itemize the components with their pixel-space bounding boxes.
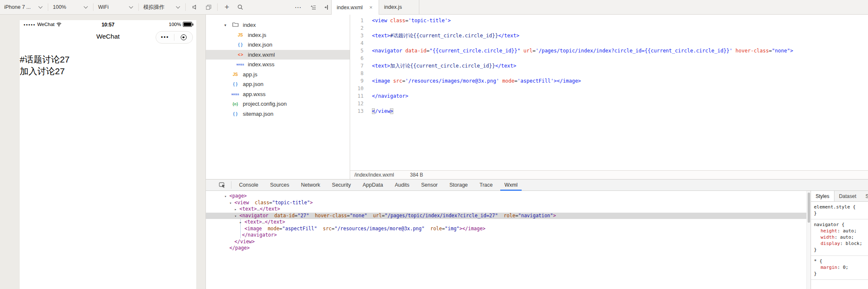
devtools-tab-audits[interactable]: Audits [389, 180, 415, 191]
sidebar-tab-styles[interactable]: Styles [811, 191, 834, 201]
css-property-value: : block; [840, 241, 862, 246]
devtools-tab-security[interactable]: Security [326, 180, 357, 191]
dock-panel-button[interactable] [321, 0, 332, 14]
line-number: 1 [350, 17, 364, 24]
chevron-collapsed-icon[interactable]: ▸ [234, 206, 239, 213]
inspect-icon [219, 182, 226, 188]
tree-row[interactable]: ▾<page> [206, 193, 806, 200]
code-content [364, 39, 372, 47]
css-declaration[interactable]: height: auto; [814, 228, 865, 234]
tree-row[interactable]: </page> [206, 245, 806, 252]
devtools-tab-storage[interactable]: Storage [444, 180, 474, 191]
target-icon [181, 34, 187, 40]
battery-percent: 100% [169, 22, 181, 27]
code-line[interactable]: 11</navigator> [350, 92, 868, 100]
editor-tab-index-js[interactable]: index.js [379, 0, 419, 14]
close-icon[interactable]: × [369, 4, 373, 10]
chevron-expanded-icon[interactable]: ▾ [229, 200, 234, 207]
code-line[interactable]: 12 [350, 100, 868, 107]
tree-row[interactable]: </view> [206, 239, 806, 245]
chevron-collapsed-icon[interactable]: ▸ [239, 219, 244, 226]
code-line[interactable]: 9<image src='/resources/images/more@3x.p… [350, 77, 868, 85]
pages-icon [206, 5, 211, 10]
code-content: <text>#话题讨论{{current_circle.circle_id}}<… [364, 32, 519, 39]
devtools-tab-wxml[interactable]: Wxml [499, 180, 523, 191]
code-line[interactable]: 8 [350, 70, 868, 77]
toolbar-separator [185, 3, 186, 11]
json-file-icon: { } [230, 112, 240, 116]
code-line[interactable]: 4 [350, 39, 868, 47]
toolbar-separator [93, 3, 94, 11]
file-tree-item-project.config.json[interactable]: {o}project.config.json [206, 99, 350, 109]
file-tree-item-index.wxss[interactable]: wxssindex.wxss [206, 60, 350, 70]
code-line[interactable]: 2 [350, 24, 868, 32]
code-line[interactable]: 7<text>加入讨论{{current_circle.circle_id}}<… [350, 62, 868, 70]
device-dropdown[interactable]: iPhone 7 ... [4, 0, 42, 14]
add-file-button[interactable]: + [221, 0, 232, 14]
editor-tab-index-wxml[interactable]: index.wxml × [331, 0, 379, 15]
phone-screen[interactable]: ●●●●● WeChat 10:57 100% WeChat ••• [20, 20, 196, 289]
inspect-element-button[interactable] [216, 180, 229, 191]
tree-row[interactable]: ▾<view class="topic-title"> [206, 200, 806, 206]
devtools-tab-sensor[interactable]: Sensor [415, 180, 444, 191]
collapse-all-button[interactable] [308, 0, 319, 14]
style-rule[interactable]: * {margin: 0;} [811, 256, 868, 280]
devtools-tab-appdata[interactable]: AppData [357, 180, 389, 191]
zoom-dropdown[interactable]: 100% [53, 0, 87, 14]
simulate-dropdown[interactable]: 模拟操作 [143, 0, 179, 14]
file-tree-item-sitemap.json[interactable]: { }sitemap.json [206, 109, 350, 119]
tree-row[interactable]: ▸<text>…</text> [206, 219, 806, 226]
style-rule[interactable]: element.style {} [811, 202, 868, 219]
more-dots-icon[interactable]: ••• [156, 32, 174, 43]
file-tree-item-app.js[interactable]: JSapp.js [206, 70, 350, 80]
simulate-dropdown-label: 模拟操作 [143, 4, 164, 11]
devtools-tab-sources[interactable]: Sources [264, 180, 295, 191]
join-discussion-link[interactable]: 加入讨论27 [20, 65, 70, 77]
file-tree-item-index.js[interactable]: JSindex.js [206, 30, 350, 40]
css-declaration[interactable]: margin: 0; [814, 264, 865, 271]
file-tree-item-index.json[interactable]: { }index.json [206, 40, 350, 50]
expander-icon[interactable]: ▾ [224, 23, 230, 27]
code-line[interactable]: 3<text>#话题讨论{{current_circle.circle_id}}… [350, 32, 868, 39]
code-line[interactable]: 10 [350, 85, 868, 92]
tree-row[interactable]: ▸<text>…</text> [206, 206, 806, 213]
code-editor[interactable]: 1<view class='topic-title'>23<text>#话题讨论… [350, 14, 868, 170]
file-tree-item-app.wxss[interactable]: wxssapp.wxss [206, 89, 350, 99]
code-line[interactable]: 1<view class='topic-title'> [350, 17, 868, 24]
style-rule[interactable]: navigator {height: auto;width: auto;disp… [811, 219, 868, 256]
devtools-tab-console[interactable]: Console [233, 180, 264, 191]
code-line[interactable]: 13</view> [350, 107, 868, 115]
css-declaration[interactable]: width: auto; [814, 234, 865, 240]
tree-row[interactable]: ▾<navigator data-id="27" hover-class="no… [206, 213, 806, 219]
editor-tab-label: index.js [384, 4, 402, 10]
sidebar-tab-s[interactable]: S [861, 191, 868, 201]
file-tree-item-app.json[interactable]: { }app.json [206, 79, 350, 89]
json-file-icon: { } [235, 42, 245, 47]
search-button[interactable] [235, 0, 246, 14]
topic-title-text[interactable]: #话题讨论27 [20, 54, 70, 65]
capsule-menu[interactable]: ••• [156, 31, 193, 44]
chevron-expanded-icon[interactable]: ▾ [224, 193, 229, 200]
chevron-expanded-icon[interactable]: ▾ [234, 213, 239, 220]
mute-button[interactable] [190, 0, 200, 14]
simulator-panel: ●●●●● WeChat 10:57 100% WeChat ••• [0, 14, 205, 289]
file-name: app.wxss [243, 91, 265, 97]
sidebar-tab-dataset[interactable]: Dataset [834, 191, 861, 201]
network-dropdown[interactable]: WiFi [98, 0, 133, 14]
screenshot-button[interactable] [203, 0, 214, 14]
css-declaration[interactable]: display: block; [814, 240, 865, 247]
file-tree-item-index[interactable]: ▾index [206, 20, 350, 30]
scrollbar-thumb[interactable] [808, 193, 810, 223]
file-name: index.json [248, 42, 273, 48]
exit-button[interactable] [174, 34, 192, 40]
more-button[interactable]: ⋯ [293, 0, 304, 14]
file-name: index.wxss [248, 61, 275, 68]
file-name: index [243, 22, 256, 28]
code-line[interactable]: 5<navigator data-id="{{current_circle.ci… [350, 47, 868, 55]
devtools-tab-network[interactable]: Network [295, 180, 326, 191]
tree-row[interactable]: <image mode="aspectFill" src="/resources… [206, 226, 806, 232]
tree-row[interactable]: </navigator> [206, 232, 806, 239]
devtools-tab-trace[interactable]: Trace [474, 180, 499, 191]
file-tree-item-index.wxml[interactable]: < >index.wxml [206, 50, 350, 60]
code-line[interactable]: 6 [350, 55, 868, 62]
